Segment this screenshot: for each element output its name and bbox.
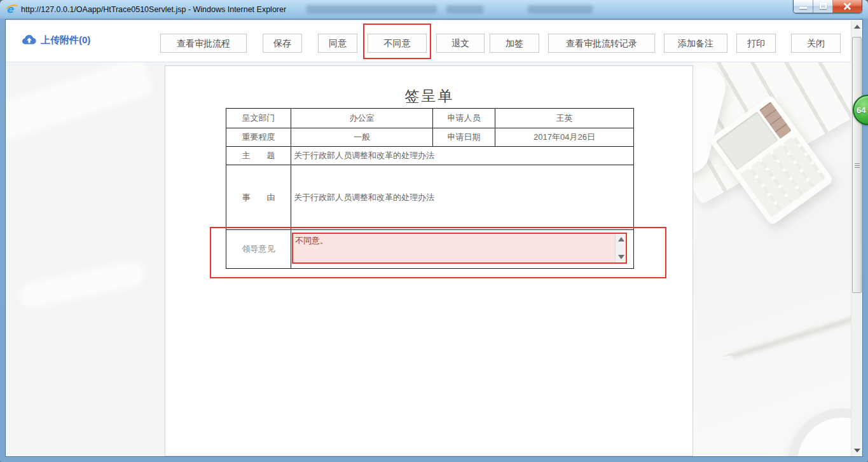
browser-window: e http://127.0.0.1/OAapp/HtTrace0510Serv… [0,0,868,462]
opinion-label: 领导意见 [226,230,291,269]
upload-attachment-label: 上传附件(0) [41,34,90,46]
textarea-scrollbar[interactable] [615,234,626,262]
table-row: 领导意见 不同意。 [226,230,634,269]
titlebar[interactable]: e http://127.0.0.1/OAapp/HtTrace0510Serv… [0,0,868,19]
scrollbar-thumb[interactable] [852,37,862,293]
titlebar-glass-reflection [307,5,437,13]
titlebar-glass-reflection [446,5,483,13]
subject-value: 关于行政部人员调整和改革的处理办法 [291,147,634,165]
cup-photo [789,409,851,456]
importance-value: 一般 [291,128,433,147]
toolbar-button-view-approval-flow[interactable]: 查看审批流程 [160,34,247,53]
scroll-down-arrow-icon[interactable] [854,449,860,452]
form-title: 签呈单 [226,86,633,106]
applicant-label: 申请人员 [433,109,495,128]
leader-opinion-text: 不同意。 [295,235,613,247]
minimize-button[interactable] [794,0,813,13]
window-scrollbar[interactable] [851,20,862,456]
toolbar-button-return-document[interactable]: 退文 [436,34,485,53]
toolbar-button-agree[interactable]: 同意 [318,34,357,53]
speed-badge-value: 64 [857,105,865,115]
ie-logo-icon: e [6,3,18,15]
maximize-icon [820,3,827,9]
table-row: 呈文部门 办公室 申请人员 王英 [226,109,634,128]
dept-label: 呈文部门 [226,109,291,128]
upload-attachment-link[interactable]: 上传附件(0) [22,32,90,48]
desk-photo [693,62,851,456]
scroll-down-arrow-icon[interactable] [618,255,624,259]
toolbar-button-print[interactable]: 打印 [736,34,776,53]
date-label: 申请日期 [433,128,495,147]
close-icon [843,3,851,10]
leader-opinion-textarea[interactable]: 不同意。 [292,233,627,264]
pen-photo [731,309,851,357]
scroll-up-arrow-icon[interactable] [618,237,624,241]
toolbar-button-save[interactable]: 保存 [263,34,302,53]
maximize-button[interactable] [813,0,833,13]
scrollbar-grip-icon [855,163,860,168]
subject-label: 主 题 [226,147,291,165]
submission-form-table: 呈文部门 办公室 申请人员 王英 重要程度 一般 申请日期 2017年04月26… [226,108,634,269]
importance-label: 重要程度 [226,128,291,147]
table-row: 重要程度 一般 申请日期 2017年04月26日 [226,128,634,147]
reason-label: 事 由 [226,165,291,230]
cloud-upload-icon [22,34,37,46]
dept-value: 办公室 [291,109,433,128]
toolbar-button-disagree[interactable]: 不同意 [368,34,427,53]
opinion-cell: 不同意。 [291,230,634,269]
date-value: 2017年04月26日 [495,128,634,147]
window-controls [793,0,862,13]
scroll-up-arrow-icon[interactable] [854,25,860,29]
window-title: http://127.0.0.1/OAapp/HtTrace0510Servle… [21,5,286,14]
applicant-value: 王英 [495,109,634,128]
table-row: 主 题 关于行政部人员调整和改革的处理办法 [226,147,634,165]
close-button[interactable] [833,0,862,13]
table-row: 事 由 关于行政部人员调整和改革的处理办法 [226,165,634,230]
toolbar-button-add-sign[interactable]: 加签 [490,34,539,53]
titlebar-glass-reflection [528,5,593,13]
reason-value: 关于行政部人员调整和改革的处理办法 [291,165,634,230]
toolbar-button-view-approval-records[interactable]: 查看审批流转记录 [548,34,655,53]
minimize-icon [799,7,807,9]
toolbar-button-close-page[interactable]: 关闭 [791,34,841,53]
toolbar-button-add-note[interactable]: 添加备注 [664,34,727,53]
